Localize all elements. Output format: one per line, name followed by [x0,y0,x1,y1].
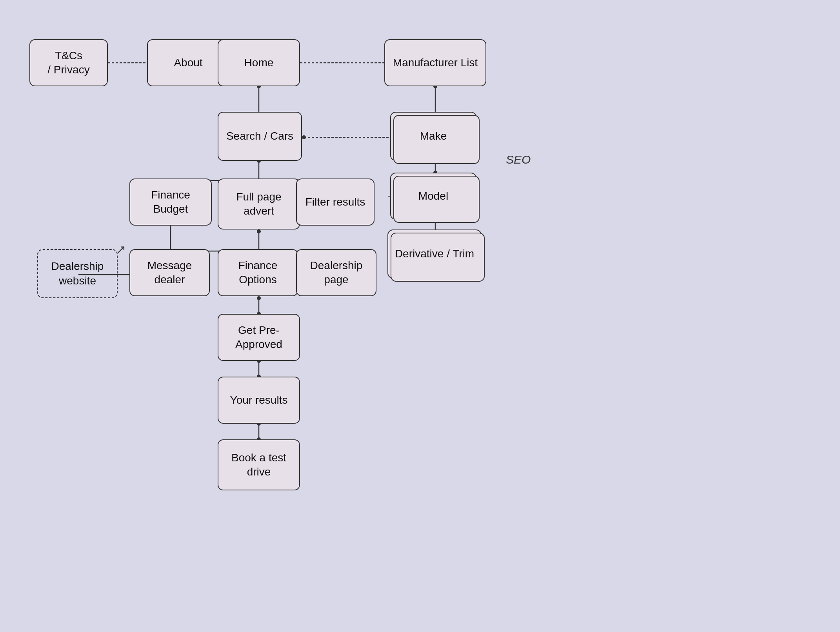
node-dealership-page[interactable]: Dealershippage [296,249,376,296]
node-filter-results-label: Filter results [305,195,365,209]
diagram-container: T&Cs/ Privacy About Home Manufacturer Li… [0,0,840,632]
node-full-page-advert-label: Full pageadvert [236,190,281,219]
seo-label: SEO [506,153,531,166]
node-book-test-drive-label: Book a testdrive [231,451,286,479]
svg-point-10 [302,135,306,139]
svg-point-30 [257,296,261,300]
node-derivative-trim[interactable]: Derivative / Trim [387,229,482,279]
node-finance-options-label: FinanceOptions [238,259,278,287]
node-your-results[interactable]: Your results [218,377,300,424]
node-get-pre-approved-label: Get Pre-Approved [235,323,282,352]
node-model-label: Model [418,189,448,203]
node-dealership-website-label: Dealershipwebsite [51,259,104,288]
node-full-page-advert[interactable]: Full pageadvert [218,178,300,229]
node-derivative-trim-label: Derivative / Trim [395,247,474,261]
node-make[interactable]: Make [390,112,476,161]
node-home[interactable]: Home [218,39,300,86]
node-dealership-page-label: Dealershippage [310,259,363,287]
node-manufacturer-list[interactable]: Manufacturer List [384,39,486,86]
seo-text: SEO [506,153,531,166]
node-message-dealer[interactable]: Messagedealer [129,249,210,296]
node-your-results-label: Your results [230,393,288,407]
node-make-label: Make [420,129,447,143]
node-tcs-label: T&Cs/ Privacy [47,49,89,77]
node-finance-budget[interactable]: FinanceBudget [129,178,212,226]
node-get-pre-approved[interactable]: Get Pre-Approved [218,314,300,361]
node-search-cars-label: Search / Cars [226,129,293,143]
connections-svg [0,0,840,632]
node-filter-results[interactable]: Filter results [296,178,375,226]
node-finance-options[interactable]: FinanceOptions [218,249,298,296]
node-search-cars[interactable]: Search / Cars [218,112,302,161]
external-link-icon: ↗ [116,242,126,256]
node-tcs[interactable]: T&Cs/ Privacy [29,39,108,86]
node-about[interactable]: About [147,39,229,86]
node-model[interactable]: Model [390,173,476,220]
node-dealership-website[interactable]: Dealershipwebsite [37,249,118,298]
node-home-label: Home [244,56,274,70]
svg-point-24 [257,229,261,233]
node-message-dealer-label: Messagedealer [147,259,192,287]
node-about-label: About [174,56,202,70]
node-book-test-drive[interactable]: Book a testdrive [218,439,300,490]
node-manufacturer-list-label: Manufacturer List [393,56,478,70]
node-finance-budget-label: FinanceBudget [151,188,190,217]
